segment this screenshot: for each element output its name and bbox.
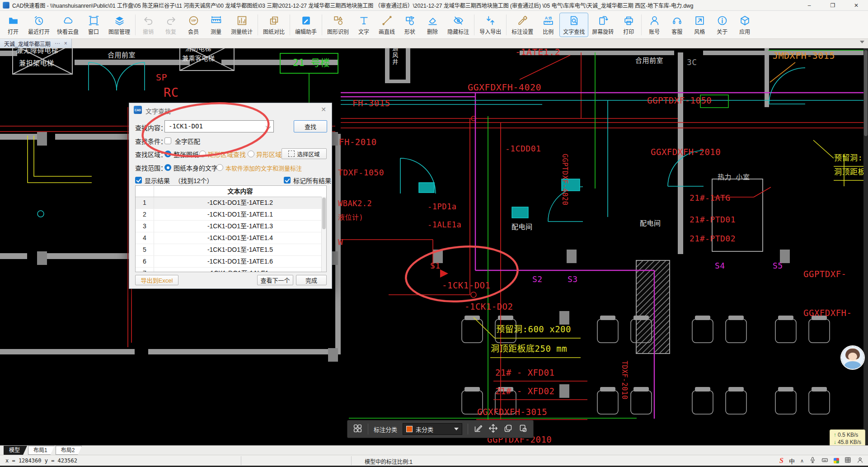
result-row[interactable]: 5-1CK1-DO1至-1ATE1.5 — [136, 244, 326, 256]
edit-annotation-icon[interactable] — [474, 424, 483, 435]
tab-close-icon[interactable]: × — [64, 40, 67, 47]
toolbar-button-rotate[interactable]: 屏幕旋转 — [588, 13, 617, 37]
toolbar-button-label: 删除 — [427, 28, 438, 35]
select-area-icon — [288, 151, 295, 157]
toolbar-button-clock[interactable]: 最近打开 — [24, 13, 53, 37]
scope-added-radio[interactable] — [216, 164, 223, 171]
minimize-button[interactable]: – — [798, 0, 821, 11]
result-row[interactable]: 2-1CK1-DO1至-1ATE1.1 — [136, 209, 326, 221]
toolbar-button-account[interactable]: 账号 — [643, 13, 666, 37]
select-area-button[interactable]: 选择区域 — [282, 148, 327, 159]
export-excel-button[interactable]: 导出到Excel — [135, 275, 178, 285]
user-icon[interactable] — [857, 457, 863, 465]
dialog-titlebar[interactable]: CAD 文字查找 ✕ — [129, 103, 332, 117]
toolbar-button-service[interactable]: 客服 — [666, 13, 688, 37]
divider — [368, 424, 368, 434]
eraser-icon — [427, 15, 438, 26]
mark-all-checkbox[interactable] — [284, 177, 291, 184]
area-whole-label[interactable]: 整张图纸 — [174, 150, 199, 159]
chevron-up-icon[interactable]: ∧ — [800, 458, 804, 464]
canvas-scrollbar[interactable] — [863, 48, 868, 445]
undo-icon — [143, 15, 154, 26]
toolbar-button-annotation-settings[interactable]: 标注设置 — [508, 13, 537, 37]
toolbar-button-chart[interactable]: 测量统计 — [227, 13, 256, 37]
tab-more-icon[interactable]: ⋯ — [55, 40, 60, 47]
done-button[interactable]: 完成 — [296, 275, 327, 285]
toolbar-button-redo[interactable]: 恢复 — [160, 13, 182, 37]
toolbar-button-label: 屏幕旋转 — [592, 28, 614, 35]
show-results-checkbox[interactable] — [135, 177, 142, 184]
scope-drawing-radio[interactable] — [164, 164, 171, 171]
find-content-combobox[interactable]: -1CK1-DO1 — [164, 120, 274, 132]
text-find-dialog: CAD 文字查找 ✕ 查找内容： -1CK1-DO1 查找 查找条件： 全字匹配… — [129, 103, 332, 289]
whole-word-label[interactable]: 全字匹配 — [175, 137, 200, 146]
grid-icon[interactable] — [845, 457, 851, 465]
result-row[interactable]: 1-1CK1-DO1至-1ATE1.2 — [136, 197, 326, 209]
copy-icon[interactable] — [503, 424, 513, 435]
result-row[interactable]: 6-1CK1-DO1至-1ATE1.6 — [136, 256, 326, 268]
view-next-button[interactable]: 查看下一个 — [257, 275, 293, 285]
tab-list-chevron-icon[interactable] — [860, 41, 864, 43]
title-bar[interactable]: CAD快速看图 - \\huanshuisanren\Public\01 工作盘… — [0, 0, 868, 11]
toolbar-button-edit-assistant[interactable]: 编辑助手 — [291, 13, 320, 37]
maximize-button[interactable]: ❐ — [821, 0, 845, 11]
toolbar-button-text[interactable]: 文字 — [352, 13, 375, 37]
toolbar-button-apps[interactable]: 应用 — [733, 13, 756, 37]
drawing-tab[interactable]: 天诚_龙域华都三期 ⋯ × — [0, 39, 72, 48]
toolbar-button-text-find[interactable]: 文字查找 — [559, 13, 588, 37]
category-dropdown[interactable]: 未分类 — [403, 423, 462, 435]
text-icon — [358, 15, 370, 26]
scrollbar-thumb[interactable] — [864, 50, 868, 136]
toolbar-button-cloud[interactable]: 快看云盘 — [53, 13, 82, 37]
paste-icon[interactable] — [518, 424, 528, 435]
ime-mode-label[interactable]: 中 — [789, 457, 795, 465]
dialog-close-icon[interactable]: ✕ — [321, 106, 326, 113]
result-row[interactable]: 3-1CK1-DO1至-1ATE1.3 — [136, 221, 326, 232]
toolbar-button-eraser[interactable]: 删除 — [421, 13, 444, 37]
toolbar-button-print[interactable]: 打印 — [617, 13, 640, 37]
table-scrollbar-thumb[interactable] — [322, 198, 326, 229]
toolbar-button-window[interactable]: 窗口 — [82, 13, 105, 37]
mark-all-label[interactable]: 标记所有结果 — [293, 176, 331, 185]
chevron-down-icon[interactable] — [266, 124, 271, 129]
toolbar-button-pages[interactable]: 图纸对比 — [259, 13, 288, 37]
move-icon[interactable] — [488, 424, 498, 435]
dialog-title: 文字查找 — [145, 106, 171, 115]
table-scrollbar[interactable] — [321, 197, 326, 272]
toolbar-button-layers[interactable]: 图层管理 — [105, 13, 134, 37]
category-grid-icon[interactable] — [353, 424, 362, 435]
keyboard-icon[interactable] — [821, 457, 828, 465]
scope-drawing-label[interactable]: 图纸本身的文字 — [174, 163, 218, 172]
toolbar-button-vip[interactable]: VIP会员 — [182, 13, 205, 37]
result-row[interactable]: 4-1CK1-DO1至-1ATE1.4 — [136, 232, 326, 244]
layout-tab-2[interactable]: 布局2 — [56, 446, 82, 455]
whole-word-checkbox[interactable] — [164, 137, 171, 144]
area-rect-radio[interactable] — [199, 151, 206, 157]
microphone-icon[interactable] — [809, 457, 816, 465]
scope-added-label[interactable]: 本软件添加的文字和测量标注 — [225, 164, 302, 172]
toolbar-button-folder[interactable]: 打开 — [2, 13, 24, 37]
sogou-icon[interactable]: S — [779, 457, 784, 465]
color-palette-icon[interactable] — [834, 458, 839, 463]
area-poly-radio[interactable] — [248, 151, 254, 157]
find-button[interactable]: 查找 — [294, 120, 327, 132]
toolbar-button-line[interactable]: 画直线 — [375, 13, 399, 37]
toolbar-button-about[interactable]: 关于 — [711, 13, 733, 37]
toolbar-button-shape-recognition[interactable]: 图形识别 — [324, 13, 352, 37]
toolbar-button-hide-annotation[interactable]: 隐藏标注 — [444, 13, 473, 37]
toolbar-button-label: 窗口 — [88, 28, 99, 35]
toolbar-button-ruler[interactable]: 测量 — [205, 13, 227, 37]
show-results-label[interactable]: 显示结果 — [145, 176, 170, 185]
toolbar-button-shapes[interactable]: 形状 — [399, 13, 421, 37]
layout-tab-model[interactable]: 模型 — [4, 446, 27, 455]
toolbar-button-scale[interactable]: A:B比例 — [537, 13, 559, 37]
area-whole-radio[interactable] — [164, 151, 171, 157]
layout-tab-1[interactable]: 布局1 — [28, 446, 55, 455]
result-row[interactable]: 7-1CK1-DO1至-1ALE1a — [136, 268, 326, 272]
toolbar-button-undo[interactable]: 撤销 — [137, 13, 160, 37]
assistant-avatar[interactable] — [841, 346, 864, 369]
area-rect-label[interactable]: 矩形区域查找 — [208, 150, 246, 159]
toolbar-button-import-export[interactable]: 导入导出 — [476, 13, 505, 37]
toolbar-button-style[interactable]: 风格 — [688, 13, 711, 37]
close-button[interactable]: ✕ — [845, 0, 868, 11]
